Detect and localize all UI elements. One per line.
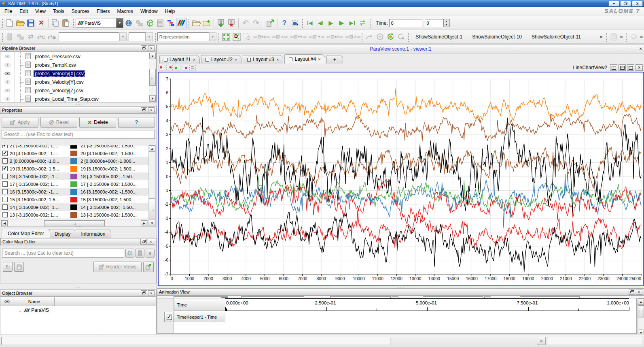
- pipeline-item[interactable]: probes_Local_Time_Step.csv: [0, 95, 156, 102]
- view-axis-minusZ-button[interactable]: ⇦-Z⇨: [345, 34, 361, 40]
- series-color-swatch[interactable]: [70, 197, 77, 202]
- toolbar-grip[interactable]: [369, 18, 371, 28]
- visibility-eye-icon[interactable]: [0, 89, 14, 92]
- view-axis-plusY-button[interactable]: ⇦+Y⇨: [290, 34, 307, 40]
- pipeline-item[interactable]: probes_TempK.csv: [0, 61, 156, 69]
- previous-frame-button[interactable]: ◀: [315, 18, 326, 28]
- geometry-module-icon[interactable]: [134, 18, 144, 28]
- scroll-up-icon[interactable]: ▲: [149, 145, 155, 152]
- refresh-icon[interactable]: ↻: [3, 262, 13, 272]
- series-checkbox[interactable]: [2, 158, 8, 164]
- view-axis-plusZ-button[interactable]: ⇦+Z⇨: [326, 34, 343, 40]
- toolbar-overflow-chevron[interactable]: »: [639, 34, 644, 40]
- series-list-vscrollbar[interactable]: ▲ ▼: [148, 145, 156, 227]
- time-step-input[interactable]: 0: [425, 19, 443, 27]
- series-color-swatch[interactable]: [70, 145, 77, 149]
- float-panel-icon[interactable]: [629, 289, 635, 295]
- menu-view[interactable]: View: [32, 7, 49, 16]
- line-chart-view[interactable]: -7-6-5-4-3-2-101234567010002000300040005…: [158, 72, 644, 286]
- point-geometry-icon[interactable]: [15, 32, 25, 42]
- fit-all-button[interactable]: [221, 32, 231, 42]
- view-axis-minusX-button[interactable]: ⇦-X⇨: [272, 34, 288, 40]
- redo-button[interactable]: ↷: [251, 18, 261, 28]
- series-color-swatch[interactable]: [70, 189, 77, 195]
- scroll-up-icon[interactable]: ▲: [149, 53, 156, 59]
- camera-path-icon[interactable]: [364, 32, 375, 42]
- toolbar-grip[interactable]: [72, 18, 74, 28]
- open-document-button[interactable]: [15, 18, 25, 28]
- menu-sources[interactable]: Sources: [68, 7, 93, 16]
- time-track-header[interactable]: Time: [174, 299, 225, 311]
- hierarchy-icon[interactable]: [165, 18, 176, 28]
- float-panel-icon[interactable]: [141, 290, 147, 296]
- series-checkbox[interactable]: [2, 166, 8, 171]
- series-checkbox[interactable]: [2, 174, 8, 179]
- pipeline-vscrollbar[interactable]: ▲▼: [149, 53, 156, 102]
- copy-button[interactable]: [50, 18, 61, 28]
- view-axis-plusX-button[interactable]: ⇦+X⇨: [253, 34, 270, 40]
- menu-file[interactable]: File: [1, 7, 16, 16]
- float-panel-icon[interactable]: [141, 107, 147, 113]
- module-combo[interactable]: ParaViS ▼: [76, 18, 123, 28]
- menu-edit[interactable]: Edit: [16, 7, 32, 16]
- new-document-button[interactable]: [4, 18, 15, 28]
- scale-custom-icon[interactable]: ⇄C: [36, 32, 47, 42]
- time-step-spinner[interactable]: ▲▼: [443, 19, 450, 27]
- series-checkbox[interactable]: [2, 189, 8, 194]
- fit-data-button[interactable]: D: [231, 32, 242, 42]
- animation-vscrollbar[interactable]: ▲ ▼: [638, 298, 644, 336]
- name-column-header[interactable]: Name: [14, 297, 55, 306]
- close-button[interactable]: x: [632, 1, 643, 6]
- apply-button[interactable]: Apply: [2, 117, 38, 128]
- close-document-button[interactable]: ✕: [36, 18, 47, 28]
- edit-colormap-icon[interactable]: e: [146, 249, 155, 258]
- restore-button[interactable]: [620, 1, 631, 6]
- cme-search-input[interactable]: Search ... (use Esc to clear text): [2, 249, 124, 258]
- cancel-progress-icon[interactable]: ✕: [537, 337, 546, 345]
- series-color-swatch[interactable]: [70, 174, 77, 179]
- toolbar-overflow-chevron[interactable]: »: [599, 34, 604, 40]
- series-row[interactable]: 16 [3.15000e-002; -1....16 [3.15000e-002…: [1, 188, 155, 196]
- split-view-horizontal-icon[interactable]: [610, 64, 617, 71]
- split-remove-icon[interactable]: [166, 65, 173, 70]
- series-checkbox[interactable]: [2, 197, 8, 202]
- split-add-icon[interactable]: [159, 65, 165, 70]
- timekeeper-track-header[interactable]: TimeKeeper1 - Time: [174, 312, 225, 322]
- minimize-button[interactable]: –: [608, 1, 619, 6]
- splitter-handle[interactable]: ·····: [0, 225, 157, 228]
- splitter-handle[interactable]: ·····: [0, 286, 157, 289]
- visibility-column-header[interactable]: [0, 297, 14, 306]
- last-frame-button[interactable]: ▶: [347, 18, 357, 28]
- first-frame-button[interactable]: ◀: [305, 18, 315, 28]
- series-row[interactable]: 19 [3.15000e-002; 1.5...19 [3.15000e-002…: [1, 165, 155, 172]
- splitter-handle[interactable]: ·····: [0, 103, 157, 106]
- series-row[interactable]: 20 [3.15000e-002; -1....20 [3.15000e-002…: [1, 149, 155, 157]
- connect-server-button[interactable]: [216, 18, 226, 28]
- pipeline-item[interactable]: probes_Velocity[X].csv: [0, 69, 156, 78]
- float-panel-icon[interactable]: [141, 45, 147, 51]
- pipeline-item[interactable]: probes_Pressure.csv: [0, 52, 156, 61]
- pipeline-item[interactable]: probes_Velocity[Z].csv: [0, 86, 156, 95]
- toolbar-grip[interactable]: [188, 18, 190, 28]
- series-color-swatch[interactable]: [70, 158, 77, 164]
- fullscreen-view-icon[interactable]: [189, 65, 196, 70]
- wireframe-cube-icon[interactable]: [144, 18, 155, 28]
- menu-filters[interactable]: Filters: [93, 7, 114, 16]
- component-select-combo[interactable]: ▼: [129, 32, 153, 41]
- scale-horizontal-icon[interactable]: ⇄: [25, 32, 36, 42]
- series-row[interactable]: 17 [-3.15000e-002; 1....17 [-3.15000e-00…: [1, 180, 155, 188]
- track-checkbox[interactable]: [167, 315, 172, 320]
- series-row[interactable]: 21 [-3.15000e-002; 1....21 [-3.15000e-00…: [1, 145, 155, 149]
- auto-apply-icon[interactable]: [143, 262, 154, 272]
- help-button[interactable]: ?: [279, 18, 290, 28]
- properties-help-button[interactable]: ?: [118, 117, 155, 128]
- undo-button[interactable]: ↶: [240, 18, 251, 28]
- visibility-eye-icon[interactable]: [0, 72, 14, 75]
- close-panel-icon[interactable]: ×: [148, 239, 154, 245]
- layout-tab-2[interactable]: Layout #2×: [201, 55, 241, 64]
- block-icon[interactable]: [4, 32, 15, 42]
- select-block-button[interactable]: [290, 18, 300, 28]
- series-row[interactable]: 18 [-3.15000e-002; -1....18 [-3.15000e-0…: [1, 172, 155, 180]
- object-browser-item-paravis[interactable]: ⌞.. ParaViS: [0, 306, 156, 314]
- float-panel-icon[interactable]: [140, 239, 147, 245]
